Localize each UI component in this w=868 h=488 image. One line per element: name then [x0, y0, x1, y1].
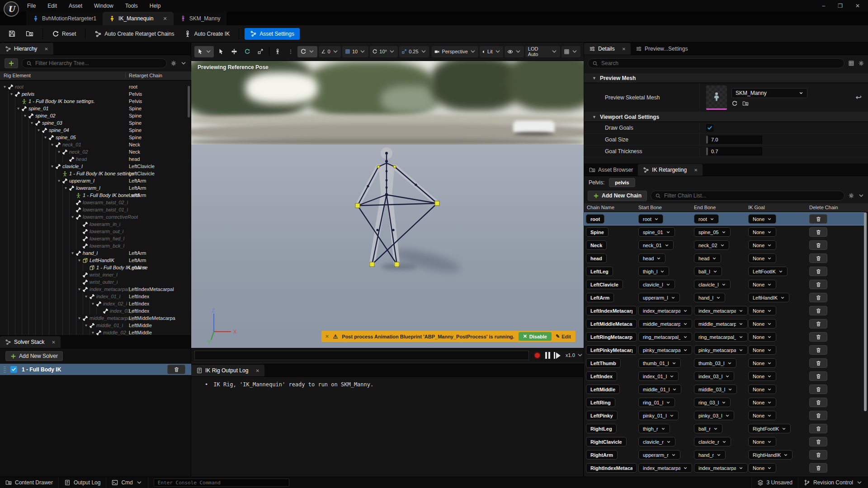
- chain-name-field[interactable]: root: [586, 214, 604, 224]
- hierarchy-row[interactable]: ▼rootroot: [0, 83, 191, 90]
- hierarchy-filter-input[interactable]: Filter Hierarchy Tree...: [22, 58, 167, 68]
- start-bone-dropdown[interactable]: middle_01_l: [638, 385, 681, 394]
- hierarchy-row[interactable]: ▼spine_01Spine: [0, 105, 191, 112]
- ik-goal-dropdown[interactable]: None: [748, 411, 776, 420]
- chain-name-field[interactable]: LeftPinky: [586, 411, 618, 420]
- viewport[interactable]: Previewing Reference Pose Z X Y ⋮ ∠0 10 …: [191, 42, 584, 364]
- menu-file[interactable]: File: [27, 3, 36, 9]
- chain-name-field[interactable]: Neck: [586, 240, 607, 250]
- close-button[interactable]: ✕: [855, 3, 860, 9]
- delete-chain-button[interactable]: [809, 319, 827, 328]
- hierarchy-row[interactable]: ▼clavicle_lLeftClavicle: [0, 163, 191, 170]
- chain-name-field[interactable]: LeftMiddleMetacarpal: [586, 319, 637, 328]
- hierarchy-settings-gear-icon[interactable]: [170, 60, 177, 66]
- hierarchy-row[interactable]: 1 - Full Body IK bone settiLeftArm: [0, 192, 191, 199]
- end-bone-dropdown[interactable]: ball_r: [694, 424, 722, 433]
- goal-thickness-input[interactable]: 0.7: [706, 147, 762, 155]
- asset-settings-button[interactable]: Asset Settings: [245, 28, 300, 40]
- details-search-input[interactable]: Search: [588, 58, 844, 68]
- expander-arrow-icon[interactable]: ▼: [56, 150, 62, 154]
- hierarchy-row[interactable]: ▼middle_02_lLeftMiddle: [0, 329, 191, 335]
- hierarchy-row[interactable]: wrist_inner_l: [0, 271, 191, 278]
- ik-goal-dropdown[interactable]: None: [748, 437, 776, 446]
- delete-chain-button[interactable]: [809, 306, 827, 315]
- hierarchy-row[interactable]: ▼upperarm_lLeftArm: [0, 177, 191, 184]
- chain-row[interactable]: LeftClavicleclavicle_lclavicle_lNone: [584, 278, 864, 291]
- coordinate-system-button[interactable]: [272, 46, 284, 57]
- start-bone-dropdown[interactable]: upperarm_r: [638, 450, 680, 460]
- col-delete-chain[interactable]: Delete Chain: [809, 205, 838, 210]
- end-bone-dropdown[interactable]: pinky_metacarpal_l: [694, 345, 748, 355]
- start-bone-dropdown[interactable]: thigh_l: [638, 267, 669, 276]
- start-bone-dropdown[interactable]: thigh_r: [638, 424, 670, 433]
- start-bone-dropdown[interactable]: neck_01: [638, 240, 674, 250]
- ik-goal-dropdown[interactable]: None: [748, 463, 776, 473]
- mesh-select-dropdown[interactable]: SKM_Manny: [731, 88, 807, 98]
- expander-arrow-icon[interactable]: ▼: [49, 143, 55, 147]
- expander-arrow-icon[interactable]: ▼: [36, 128, 42, 132]
- use-selected-asset-icon[interactable]: [731, 100, 738, 107]
- menu-tools[interactable]: Tools: [125, 3, 138, 9]
- reset-button[interactable]: Reset: [48, 28, 80, 40]
- hierarchy-row[interactable]: ▼spine_05Spine: [0, 134, 191, 141]
- expander-arrow-icon[interactable]: ▼: [76, 258, 82, 263]
- chain-name-field[interactable]: RightIndexMetacarpal: [586, 463, 637, 473]
- hierarchy-row[interactable]: index_03_lLeftIndex: [0, 307, 191, 314]
- start-bone-dropdown[interactable]: middle_metacarpal_l: [638, 319, 692, 328]
- close-tab-icon[interactable]: ✕: [52, 340, 55, 345]
- expander-arrow-icon[interactable]: ▼: [70, 251, 75, 255]
- chain-row[interactable]: LeftThumbthumb_01_lthumb_03_lNone: [584, 357, 864, 370]
- ik-goal-dropdown[interactable]: None: [748, 385, 776, 394]
- expander-arrow-icon[interactable]: ▼: [83, 324, 89, 328]
- hierarchy-row[interactable]: ▼spine_02Spine: [0, 112, 191, 119]
- hierarchy-row[interactable]: ▼spine_03Spine: [0, 119, 191, 127]
- auto-create-retarget-chains-button[interactable]: Auto Create Retarget Chains: [91, 28, 178, 40]
- expander-arrow-icon[interactable]: ▼: [15, 107, 21, 111]
- chain-name-field[interactable]: LeftRing: [586, 398, 615, 407]
- col-start-bone[interactable]: Start Bone: [638, 205, 662, 210]
- chain-row[interactable]: LeftRingring_01_lring_03_lNone: [584, 396, 864, 409]
- details-settings-gear-icon[interactable]: [858, 60, 864, 66]
- hierarchy-row[interactable]: 1 - Full Body IK bone settingsLeftClavic…: [0, 170, 191, 177]
- hierarchy-row[interactable]: headhead: [0, 155, 191, 163]
- disable-button[interactable]: ✕Disable: [519, 332, 552, 341]
- hierarchy-row[interactable]: ▼hand_lLeftArm: [0, 249, 191, 257]
- start-bone-dropdown[interactable]: ring_metacarpal_l: [638, 332, 692, 342]
- expander-arrow-icon[interactable]: ▼: [56, 179, 62, 183]
- delete-chain-button[interactable]: [809, 398, 827, 407]
- maximize-button[interactable]: ❐: [838, 3, 843, 9]
- solver-item-row[interactable]: 1 - Full Body IK: [0, 364, 191, 375]
- end-bone-dropdown[interactable]: middle_metacarpal_l: [694, 319, 748, 328]
- record-button[interactable]: [534, 352, 541, 359]
- select-tool-button[interactable]: [215, 46, 227, 57]
- end-bone-dropdown[interactable]: middle_03_l: [694, 385, 737, 394]
- end-bone-dropdown[interactable]: root: [694, 214, 719, 224]
- ik-goal-dropdown[interactable]: None: [748, 371, 776, 381]
- expander-arrow-icon[interactable]: ▼: [42, 136, 48, 140]
- end-bone-dropdown[interactable]: neck_02: [694, 240, 729, 250]
- close-tab-icon[interactable]: ✕: [44, 47, 48, 52]
- chain-row[interactable]: RightArmupperarm_rhand_rRightHandIK: [584, 448, 864, 461]
- chain-row[interactable]: LeftIndexindex_01_lindex_03_lNone: [584, 370, 864, 383]
- goal-size-input[interactable]: 7.0: [706, 136, 762, 144]
- start-bone-dropdown[interactable]: upperarm_l: [638, 293, 680, 302]
- move-tool-button[interactable]: [228, 46, 240, 57]
- end-bone-dropdown[interactable]: pinky_03_l: [694, 411, 734, 420]
- tab-skm-manny[interactable]: SKM_Manny: [174, 12, 227, 25]
- expander-arrow-icon[interactable]: ▼: [90, 331, 96, 335]
- unreal-logo[interactable]: U: [4, 1, 19, 17]
- angle-snap-button[interactable]: ∠0: [319, 46, 341, 57]
- tab-ik-retargeting[interactable]: IK Retargeting ✕: [638, 164, 703, 176]
- hierarchy-row[interactable]: ▼lowerarm_lLeftArm: [0, 184, 191, 192]
- minimize-button[interactable]: –: [822, 3, 825, 9]
- menu-asset[interactable]: Asset: [69, 3, 82, 9]
- start-bone-dropdown[interactable]: index_metacarpal_r: [638, 463, 692, 473]
- end-bone-dropdown[interactable]: clavicle_r: [694, 437, 731, 446]
- delete-chain-button[interactable]: [809, 227, 827, 237]
- solver-enabled-checkbox[interactable]: [10, 366, 17, 373]
- chain-name-field[interactable]: LeftThumb: [586, 358, 621, 368]
- chain-row[interactable]: Spinespine_01spine_05None: [584, 225, 864, 239]
- end-bone-dropdown[interactable]: index_metacarpal_l: [694, 306, 748, 315]
- delete-chain-button[interactable]: [809, 214, 827, 224]
- ik-goal-dropdown[interactable]: None: [748, 358, 776, 368]
